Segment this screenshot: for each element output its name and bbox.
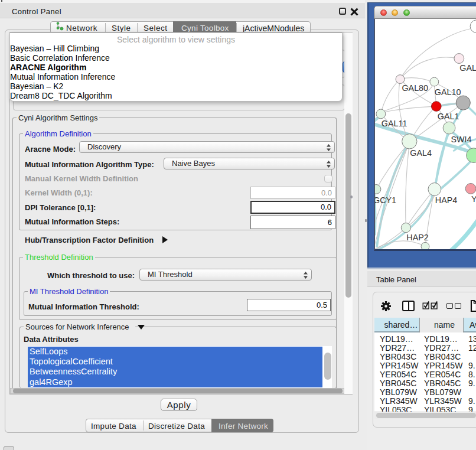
svg-text:GAL4: GAL4 (410, 148, 432, 158)
svg-text:GAL80: GAL80 (402, 83, 428, 93)
svg-text:GAL7: GAL7 (459, 63, 476, 73)
svg-text:HAP4: HAP4 (435, 195, 457, 205)
svg-text:GAL1: GAL1 (438, 112, 459, 121)
svg-text:Y: Y (471, 194, 476, 204)
svg-text:GAL11: GAL11 (382, 119, 407, 128)
svg-text:SWI4: SWI4 (451, 135, 471, 144)
svg-text:HAP2: HAP2 (406, 233, 428, 242)
svg-text:GCY1: GCY1 (374, 195, 396, 205)
svg-text:GAL10: GAL10 (435, 87, 461, 97)
